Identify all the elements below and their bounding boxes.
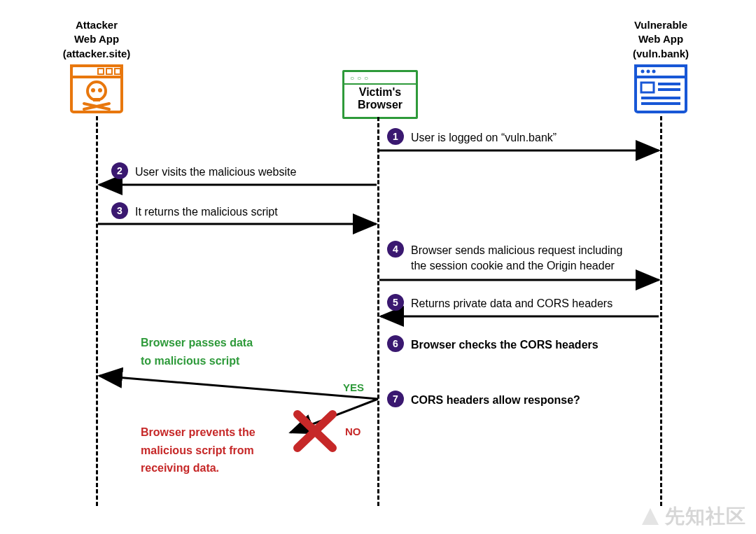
no-line2: malicious script from xyxy=(141,444,254,456)
watermark-text: 先知社区 xyxy=(665,503,746,530)
step-6-badge: 6 xyxy=(387,335,404,352)
watermark: 先知社区 xyxy=(640,503,746,530)
yes-branch-text: Browser passes data to malicious script xyxy=(141,334,253,370)
yes-line2: to malicious script xyxy=(141,355,239,367)
step-2-text: User visits the malicious website xyxy=(135,164,296,180)
no-line3: receiving data. xyxy=(141,462,219,474)
step-7-badge: 7 xyxy=(387,391,404,407)
step-3-num: 3 xyxy=(117,205,122,216)
step-4-line1: Browser sends malicious request includin… xyxy=(411,244,622,256)
step-1-num: 1 xyxy=(393,131,398,142)
step-5-badge: 5 xyxy=(387,294,404,311)
step-4-line2: the session cookie and the Origin header xyxy=(411,260,615,272)
step-1-text: User is logged on “vuln.bank” xyxy=(411,130,556,146)
step-7-num: 7 xyxy=(393,393,398,405)
arrows-layer xyxy=(0,0,756,534)
sequence-diagram: Attacker Web App (attacker.site) Vulnera… xyxy=(0,0,756,534)
step-5-text: Returns private data and CORS headers xyxy=(411,296,612,311)
step-4-badge: 4 xyxy=(387,241,404,258)
step-6-text: Browser checks the CORS headers xyxy=(411,337,598,353)
step-3-badge: 3 xyxy=(111,202,128,219)
step-4-text: Browser sends malicious request includin… xyxy=(411,243,622,273)
step-7-text: CORS headers allow response? xyxy=(411,393,580,408)
no-label: NO xyxy=(345,426,361,437)
yes-line1: Browser passes data xyxy=(141,337,253,349)
step-5-num: 5 xyxy=(393,297,398,308)
svg-line-26 xyxy=(99,376,378,399)
yes-label: YES xyxy=(343,381,364,393)
step-3-text: It returns the malicious script xyxy=(135,204,278,220)
step-2-badge: 2 xyxy=(111,162,128,179)
no-line1: Browser prevents the xyxy=(141,426,255,438)
step-1-badge: 1 xyxy=(387,128,404,145)
step-4-num: 4 xyxy=(393,244,398,255)
no-branch-text: Browser prevents the malicious script fr… xyxy=(141,423,255,477)
step-6-num: 6 xyxy=(393,338,398,349)
step-2-num: 2 xyxy=(117,165,122,176)
